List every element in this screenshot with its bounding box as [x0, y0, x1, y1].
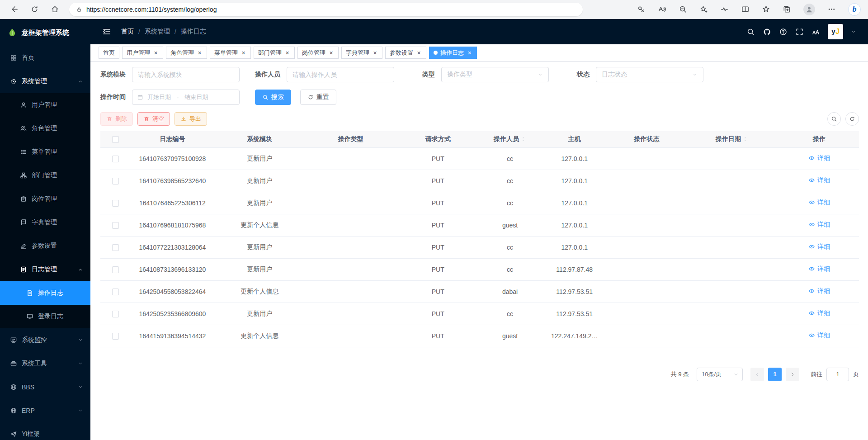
tab-close-icon[interactable]: ×	[284, 50, 290, 56]
back-icon[interactable]	[10, 5, 19, 14]
search-icon[interactable]	[746, 28, 755, 36]
reset-button[interactable]: 重置	[300, 90, 336, 105]
page-size-select[interactable]: 10条/页	[697, 368, 743, 381]
sidebar-item-home[interactable]: 首页	[0, 46, 90, 70]
sidebar-item-erp[interactable]: ERP	[0, 399, 90, 422]
zoom-out-icon[interactable]	[679, 5, 687, 14]
sidebar-item-user-mgmt[interactable]: 用户管理	[0, 93, 90, 117]
sidebar-item-system-mgmt[interactable]: 系统管理	[0, 70, 90, 93]
sort-icon[interactable]	[742, 136, 748, 142]
sidebar-item-menu-mgmt[interactable]: 菜单管理	[0, 140, 90, 164]
export-button[interactable]: 导出	[175, 112, 207, 126]
row-checkbox[interactable]	[112, 289, 119, 295]
tab-post[interactable]: 岗位管理×	[297, 47, 339, 59]
detail-link[interactable]: 详细	[808, 265, 830, 273]
toggle-search-button[interactable]	[827, 112, 841, 126]
tab-param[interactable]: 参数设置×	[385, 47, 426, 59]
tab-close-icon[interactable]: ×	[241, 50, 246, 56]
tab-menu[interactable]: 菜单管理×	[210, 47, 251, 59]
sidebar-item-bbs[interactable]: BBS	[0, 375, 90, 399]
tab-close-icon[interactable]: ×	[328, 50, 334, 56]
browser-essentials-icon[interactable]	[720, 5, 729, 14]
sidebar-item-param-settings[interactable]: 参数设置	[0, 234, 90, 258]
breadcrumb-item[interactable]: 系统管理	[145, 28, 170, 36]
bing-chat-icon[interactable]: b	[848, 3, 861, 16]
sidebar-item-role-mgmt[interactable]: 角色管理	[0, 117, 90, 140]
type-filter-select[interactable]: 操作类型	[441, 67, 549, 82]
tab-close-icon[interactable]: ×	[467, 50, 472, 56]
address-bar[interactable]: https://ccnetcore.com:1101/system/log/op…	[69, 3, 583, 16]
settings-ellipsis-icon[interactable]	[827, 5, 836, 14]
next-page-button[interactable]	[786, 368, 799, 381]
sort-icon[interactable]	[520, 136, 526, 142]
row-checkbox[interactable]	[112, 156, 119, 162]
row-checkbox[interactable]	[112, 200, 119, 207]
read-aloud-icon[interactable]	[658, 5, 666, 14]
profile-avatar[interactable]	[803, 4, 815, 15]
tab-dict[interactable]: 字典管理×	[341, 47, 382, 59]
select-all-checkbox[interactable]	[112, 136, 119, 143]
detail-link[interactable]: 详细	[808, 309, 830, 317]
font-size-icon[interactable]	[811, 28, 820, 36]
detail-link[interactable]: 详细	[808, 154, 830, 162]
sidebar-item-log-mgmt[interactable]: 日志管理	[0, 258, 90, 281]
clear-button[interactable]: 清空	[137, 112, 170, 126]
collections-icon[interactable]	[783, 5, 791, 14]
sidebar-item-yi-framework[interactable]: Yi框架	[0, 422, 90, 440]
row-checkbox[interactable]	[112, 222, 119, 229]
sidebar-item-oper-log[interactable]: 操作日志	[0, 281, 90, 305]
chevron-down-icon[interactable]	[851, 29, 856, 34]
breadcrumb-item[interactable]: 首页	[121, 28, 134, 36]
search-button[interactable]: 搜索	[255, 90, 291, 105]
delete-button[interactable]: 删除	[100, 112, 133, 126]
help-icon[interactable]	[779, 28, 788, 36]
tab-user[interactable]: 用户管理×	[122, 47, 163, 59]
sidebar-item-post-mgmt[interactable]: 岗位管理	[0, 187, 90, 211]
row-checkbox[interactable]	[112, 333, 119, 340]
password-key-icon[interactable]	[637, 5, 646, 14]
sidebar-item-system-monitor[interactable]: 系统监控	[0, 328, 90, 352]
sidebar-item-dict-mgmt[interactable]: 字典管理	[0, 211, 90, 234]
tab-dept[interactable]: 部门管理×	[254, 47, 295, 59]
detail-link[interactable]: 详细	[808, 331, 830, 340]
sidebar-item-dept-mgmt[interactable]: 部门管理	[0, 164, 90, 187]
lock-icon[interactable]	[76, 6, 82, 13]
tab-role[interactable]: 角色管理×	[166, 47, 207, 59]
sidebar-collapse-icon[interactable]	[102, 27, 111, 36]
row-checkbox[interactable]	[112, 178, 119, 185]
refresh-icon[interactable]	[30, 5, 39, 14]
detail-link[interactable]: 详细	[808, 199, 830, 207]
sidebar-item-system-tools[interactable]: 系统工具	[0, 352, 90, 375]
reset-button-label: 重置	[316, 93, 329, 101]
module-filter-input[interactable]	[132, 67, 240, 82]
detail-link[interactable]: 详细	[808, 176, 830, 185]
tab-close-icon[interactable]: ×	[153, 50, 159, 56]
detail-link[interactable]: 详细	[808, 243, 830, 251]
user-avatar-logo[interactable]: yJ	[828, 24, 843, 39]
page-number-button[interactable]: 1	[768, 368, 782, 381]
tab-home[interactable]: 首页	[99, 47, 119, 59]
status-filter-select[interactable]: 日志状态	[596, 67, 703, 82]
home-icon[interactable]	[51, 5, 59, 14]
goto-page-input[interactable]	[826, 368, 849, 381]
split-screen-icon[interactable]	[741, 5, 750, 14]
sidebar-item-login-log[interactable]: 登录日志	[0, 305, 90, 328]
row-checkbox[interactable]	[112, 244, 119, 251]
github-icon[interactable]	[763, 28, 771, 36]
detail-link[interactable]: 详细	[808, 221, 830, 229]
operator-filter-input[interactable]	[287, 67, 394, 82]
tab-close-icon[interactable]: ×	[372, 50, 378, 56]
chevron-left-icon	[755, 372, 760, 377]
add-favorite-star-icon[interactable]	[699, 5, 708, 14]
favorites-icon[interactable]	[762, 5, 770, 14]
row-checkbox[interactable]	[112, 311, 119, 317]
detail-link[interactable]: 详细	[808, 287, 830, 295]
date-range-picker[interactable]: 开始日期 - 结束日期	[132, 90, 240, 105]
fullscreen-icon[interactable]	[795, 28, 804, 36]
prev-page-button[interactable]	[750, 368, 764, 381]
tab-operlog[interactable]: 操作日志×	[429, 47, 477, 59]
row-checkbox[interactable]	[112, 266, 119, 273]
tab-close-icon[interactable]: ×	[197, 50, 203, 56]
tab-close-icon[interactable]: ×	[416, 50, 422, 56]
refresh-table-button[interactable]	[845, 112, 859, 126]
